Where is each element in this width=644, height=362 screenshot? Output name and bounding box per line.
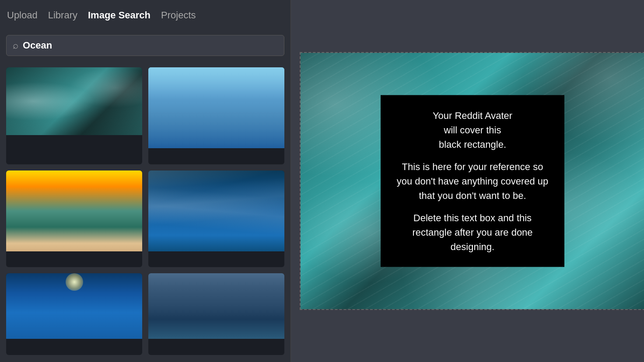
list-item[interactable] [148,273,284,355]
left-panel: Upload Library Image Search Projects ⌕ [0,0,291,362]
list-item[interactable] [6,67,142,164]
search-bar: ⌕ [6,35,284,56]
tab-projects[interactable]: Projects [161,6,196,24]
canvas-frame[interactable]: Your Reddit Avater will cover this black… [300,52,644,310]
overlay-paragraph-2: This is here for your reference so you d… [393,160,552,203]
canvas-text-overlay[interactable]: Your Reddit Avater will cover this black… [381,95,564,267]
underwater-sun-image [6,273,142,339]
list-item[interactable] [6,273,142,355]
ocean-waves-image [6,67,142,135]
list-item[interactable] [6,171,142,268]
list-item[interactable] [148,67,284,164]
blue-ocean-horizon-image [148,67,284,148]
search-bar-container: ⌕ [0,31,290,60]
canvas-area: Your Reddit Avater will cover this black… [291,0,644,362]
search-input[interactable] [23,40,278,51]
search-icon: ⌕ [13,41,18,50]
underwater-rays-image [148,171,284,251]
list-item[interactable] [148,171,284,268]
calm-ocean-image [148,273,284,339]
nav-tabs: Upload Library Image Search Projects [0,0,290,31]
right-panel: Your Reddit Avater will cover this black… [291,0,644,362]
overlay-paragraph-3: Delete this text box and this rectangle … [393,211,552,254]
overlay-paragraph-1: Your Reddit Avater will cover this black… [393,108,552,152]
tab-image-search[interactable]: Image Search [88,6,150,24]
image-grid [0,60,290,362]
beach-sunset-image [6,171,142,251]
tab-library[interactable]: Library [48,6,77,24]
tab-upload[interactable]: Upload [7,6,38,24]
